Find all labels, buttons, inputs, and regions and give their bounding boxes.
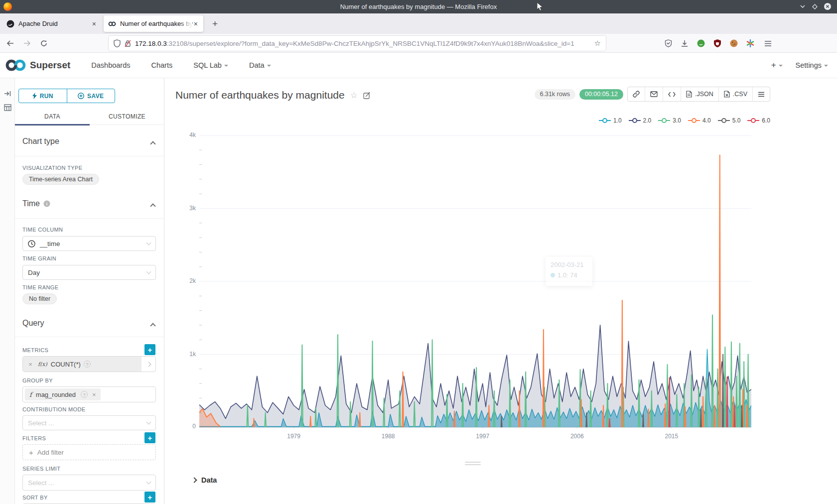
url-input[interactable]: 172.18.0.3:32108/superset/explore/?form_… <box>109 36 606 51</box>
legend-item-6.0[interactable]: 6.0 <box>747 117 770 124</box>
tab-data[interactable]: DATA <box>15 108 90 125</box>
time-section-header: Time <box>22 199 50 208</box>
hamburger-icon <box>758 92 765 97</box>
panel-resize-handle[interactable] <box>465 462 481 467</box>
superset-logo[interactable]: Superset <box>5 59 70 72</box>
browser-toolbar: 172.18.0.3:32108/superset/explore/?form_… <box>0 34 837 53</box>
legend-item-3.0[interactable]: 3.0 <box>658 117 681 124</box>
x-axis-label: 1979 <box>281 433 306 440</box>
collapse-chevron-icon[interactable] <box>150 203 155 209</box>
bookmark-star-icon[interactable]: ☆ <box>594 39 601 48</box>
add-metric-button[interactable]: + <box>144 344 155 355</box>
panel-tabs: DATA CUSTOMIZE <box>15 108 164 125</box>
edit-title-icon[interactable] <box>363 92 371 99</box>
x-axis-label: 2006 <box>564 433 589 440</box>
nav-charts[interactable]: Charts <box>151 61 173 69</box>
cookie-icon[interactable] <box>729 39 738 48</box>
collapse-chevron-icon[interactable] <box>150 141 155 146</box>
maximize-button[interactable] <box>810 2 819 11</box>
lock-insecure-icon[interactable] <box>125 40 131 47</box>
more-options-button[interactable] <box>752 87 770 101</box>
filters-label: FILTERS <box>22 435 46 441</box>
forward-button[interactable] <box>20 36 34 50</box>
back-button[interactable] <box>3 36 17 50</box>
series-limit-label: SERIES LIMIT <box>22 466 60 472</box>
timeseries-chart[interactable] <box>199 129 751 428</box>
time-range-pill[interactable]: No filter <box>22 293 57 304</box>
chevron-down-icon <box>824 65 828 67</box>
collapse-chevron-icon[interactable] <box>150 323 155 328</box>
legend-marker-icon <box>599 118 611 124</box>
save-button[interactable]: SAVE <box>67 89 115 103</box>
expand-datasource-icon[interactable] <box>4 90 11 97</box>
reload-button[interactable] <box>37 36 51 50</box>
ublock-icon[interactable] <box>713 39 722 48</box>
superset-favicon <box>108 20 116 28</box>
divider <box>15 337 164 337</box>
groupby-select[interactable]: f mag_rounded ? × <box>22 386 156 402</box>
tab-close-icon[interactable]: × <box>91 20 97 28</box>
chevron-down-icon <box>146 480 151 485</box>
legend-item-2.0[interactable]: 2.0 <box>629 117 652 124</box>
legend-item-5.0[interactable]: 5.0 <box>718 117 741 124</box>
divider <box>15 156 164 156</box>
contribution-mode-select[interactable]: Select ... <box>22 415 156 430</box>
contribution-mode-label: CONTRIBUTION MODE <box>22 406 86 412</box>
window-titlebar: Numer of earthquakes by magnitude — Mozi… <box>0 0 837 13</box>
nav-dashboards[interactable]: Dashboards <box>91 61 130 69</box>
time-grain-select[interactable]: Day <box>22 265 156 280</box>
privacy-badger-icon[interactable] <box>697 39 705 48</box>
mouse-cursor <box>537 2 543 11</box>
y-axis-label: 3k <box>178 205 196 212</box>
pocket-shield-icon[interactable] <box>664 39 673 48</box>
new-tab-button[interactable]: + <box>209 18 221 29</box>
extension-asterisk-icon[interactable] <box>746 39 755 48</box>
nav-add-button[interactable]: + <box>771 60 783 70</box>
time-column-select[interactable]: __time <box>22 236 156 251</box>
tab-close-icon[interactable]: × <box>193 20 199 28</box>
run-button[interactable]: RUN <box>19 89 67 103</box>
export-json-button[interactable]: .JSON <box>681 87 718 101</box>
viz-type-pill[interactable]: Time-series Area Chart <box>22 174 99 185</box>
legend-marker-icon <box>658 118 670 124</box>
remove-metric-icon[interactable]: × <box>23 361 38 368</box>
metric-chip: × f(x) COUNT(*) ? <box>23 357 141 372</box>
embed-code-button[interactable] <box>663 87 681 101</box>
time-column-label: TIME COLUMN <box>22 227 63 233</box>
favorite-star-icon[interactable]: ☆ <box>350 90 358 101</box>
chart-legend: 1.02.03.04.05.06.0 <box>599 117 770 124</box>
nav-sql-lab[interactable]: SQL Lab <box>193 61 228 69</box>
remove-groupby-icon[interactable]: × <box>92 391 96 398</box>
export-csv-button[interactable]: .CSV <box>718 87 752 101</box>
url-text: 172.18.0.3:32108/superset/explore/?form_… <box>135 40 594 47</box>
legend-item-1.0[interactable]: 1.0 <box>599 117 622 124</box>
close-button[interactable] <box>823 2 832 11</box>
add-sort-button[interactable]: + <box>144 492 155 503</box>
shield-icon[interactable] <box>114 39 121 47</box>
viz-type-label: VISUALIZATION TYPE <box>22 165 83 171</box>
download-icon[interactable] <box>680 39 689 48</box>
nav-data[interactable]: Data <box>249 61 271 69</box>
metric-expand-arrow[interactable] <box>141 357 155 372</box>
email-button[interactable] <box>645 87 663 101</box>
chart-control-panel: RUN SAVE DATA CUSTOMIZE Chart type VISUA… <box>15 78 164 504</box>
series-dot-icon <box>551 273 555 277</box>
add-filter-plus-button[interactable]: + <box>144 432 155 443</box>
add-filter-box[interactable]: + Add filter <box>22 444 156 460</box>
nav-settings[interactable]: Settings <box>796 61 828 69</box>
copy-link-button[interactable] <box>628 87 645 101</box>
groupby-label: GROUP BY <box>22 378 53 383</box>
groupby-chip: f mag_rounded ? × <box>25 388 101 400</box>
tab-apache-druid[interactable]: Apache Druid × <box>2 15 102 32</box>
series-limit-select[interactable]: Select ... <box>22 475 156 491</box>
chevron-down-icon <box>146 241 151 246</box>
dataset-table-icon[interactable] <box>4 104 11 111</box>
metric-item[interactable]: × f(x) COUNT(*) ? <box>22 356 156 372</box>
tab-customize[interactable]: CUSTOMIZE <box>90 108 164 125</box>
menu-icon[interactable] <box>763 39 772 48</box>
data-panel-toggle[interactable]: Data <box>192 476 217 484</box>
legend-item-4.0[interactable]: 4.0 <box>688 117 711 124</box>
tab-earthquakes-chart[interactable]: Numer of earthquakes by magnitude × <box>104 15 203 32</box>
minimize-button[interactable] <box>798 2 807 11</box>
csv-file-icon <box>724 91 730 98</box>
